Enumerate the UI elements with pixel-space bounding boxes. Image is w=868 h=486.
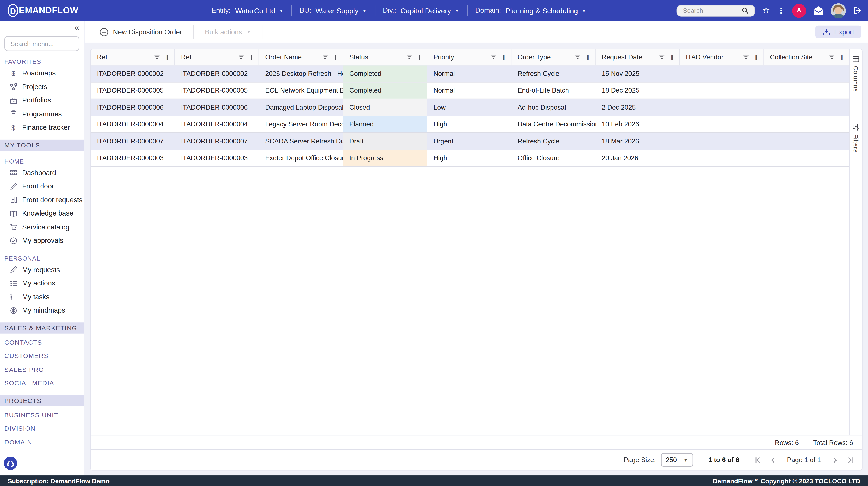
sidebar-section-sales-marketing[interactable]: SALES & MARKETING (0, 322, 84, 333)
sidebar-item-customers[interactable]: CUSTOMERS (0, 349, 84, 363)
table-row[interactable]: ITADORDER-0000007ITADORDER-0000007SCADA … (91, 133, 849, 150)
filter-icon[interactable] (238, 53, 244, 61)
last-page-icon[interactable] (847, 456, 854, 464)
voice-assistant-button[interactable] (792, 4, 806, 18)
column-header-order-type[interactable]: Order Type⋮ (512, 49, 596, 65)
user-avatar[interactable] (831, 3, 846, 18)
column-menu-icon[interactable]: ⋮ (500, 53, 507, 61)
app-logo[interactable]: DEMANDFLOW (8, 4, 79, 17)
tab-columns[interactable]: Columns (852, 56, 859, 92)
table-row[interactable]: ITADORDER-0000004ITADORDER-0000004Legacy… (91, 116, 849, 133)
column-menu-icon[interactable]: ⋮ (669, 53, 675, 61)
column-menu-icon[interactable]: ⋮ (839, 53, 845, 61)
global-search[interactable] (676, 5, 755, 16)
briefcase-icon (9, 97, 17, 104)
sidebar-item-my-mindmaps[interactable]: My mindmaps (0, 304, 84, 317)
filter-icon[interactable] (829, 53, 835, 61)
column-menu-icon[interactable]: ⋮ (332, 53, 339, 61)
sidebar-item-portfolios[interactable]: Portfolios (0, 94, 84, 107)
sidebar-item-front-door[interactable]: Front door (0, 180, 84, 193)
sidebar-item-projects[interactable]: Projects (0, 80, 84, 94)
pagination-bar: Page Size: 250 ▼ 1 to 6 of 6 Page 1 of 1 (91, 450, 862, 470)
inbox-button[interactable] (813, 6, 824, 15)
sidebar-item-my-approvals[interactable]: My approvals (0, 234, 84, 248)
bulk-actions-button[interactable]: Bulk actions ▼ (205, 28, 251, 36)
filter-icon[interactable] (575, 53, 581, 61)
sidebar-item-business-unit[interactable]: BUSINESS UNIT (0, 408, 84, 422)
domain-dropdown[interactable]: Domain: Planning & Scheduling ▼ (475, 6, 586, 15)
rows-count: Rows: 6 (775, 439, 799, 447)
favorite-star-icon[interactable]: ☆ (762, 6, 770, 15)
export-button[interactable]: Export (815, 26, 862, 38)
table-row[interactable]: ITADORDER-0000005ITADORDER-0000005EOL Ne… (91, 82, 849, 99)
sidebar-search-input[interactable] (9, 40, 74, 48)
book-icon (9, 210, 17, 217)
logout-button[interactable] (853, 6, 862, 15)
first-page-icon[interactable] (754, 456, 761, 464)
sidebar-item-finance-tracker[interactable]: $Finance tracker (0, 121, 84, 134)
sidebar-collapse-icon[interactable]: « (74, 23, 78, 32)
cell-priority: Normal (428, 65, 512, 82)
column-header-ref[interactable]: Ref⋮ (175, 49, 259, 65)
column-menu-icon[interactable]: ⋮ (585, 53, 591, 61)
sidebar-item-dashboard[interactable]: Dashboard (0, 166, 84, 179)
filter-icon[interactable] (322, 53, 328, 61)
main-content: New Disposition Order Bulk actions ▼ Exp… (85, 21, 868, 476)
chevron-down-icon: ▼ (247, 29, 251, 34)
column-header-status[interactable]: Status⋮ (343, 49, 428, 65)
filter-icon[interactable] (406, 53, 412, 61)
page-size-select[interactable]: 250 ▼ (661, 453, 693, 466)
column-menu-icon[interactable]: ⋮ (753, 53, 760, 61)
filter-icon[interactable] (154, 53, 160, 61)
headset-icon (6, 459, 14, 467)
divider (291, 5, 292, 16)
sidebar-item-my-requests[interactable]: My requests (0, 263, 84, 276)
entity-dropdown[interactable]: Entity: WaterCo Ltd ▼ (212, 6, 283, 15)
sidebar-section-my-tools[interactable]: MY TOOLS (0, 140, 84, 150)
column-menu-icon[interactable]: ⋮ (164, 53, 170, 61)
microphone-icon (795, 6, 803, 15)
table-row[interactable]: ITADORDER-0000006ITADORDER-0000006Damage… (91, 99, 849, 116)
column-header-collection-site[interactable]: Collection Site⋮ (764, 49, 849, 65)
sidebar-section-projects[interactable]: PROJECTS (0, 395, 84, 406)
sidebar-item-domain[interactable]: DOMAIN (0, 435, 84, 449)
column-menu-icon[interactable]: ⋮ (248, 53, 255, 61)
tab-filters[interactable]: Filters (852, 124, 859, 152)
column-header-order-name[interactable]: Order Name⋮ (259, 49, 343, 65)
prev-page-icon[interactable] (769, 456, 776, 464)
global-search-input[interactable] (682, 6, 742, 15)
table-row[interactable]: ITADORDER-0000002ITADORDER-00000022026 D… (91, 65, 849, 82)
column-header-itad-vendor[interactable]: ITAD Vendor⋮ (680, 49, 764, 65)
next-page-icon[interactable] (832, 456, 839, 464)
sidebar-item-programmes[interactable]: Programmes (0, 107, 84, 121)
filter-icon[interactable] (490, 53, 496, 61)
filter-icon[interactable] (659, 53, 665, 61)
sidebar-item-division[interactable]: DIVISION (0, 422, 84, 435)
cell-vendor (680, 133, 764, 149)
support-chat-button[interactable] (4, 457, 17, 470)
cell-type: Ad-hoc Disposal (512, 99, 596, 115)
sidebar-item-front-door-requests[interactable]: Front door requests (0, 193, 84, 207)
column-header-request-date[interactable]: Request Date⋮ (596, 49, 680, 65)
new-disposition-order-button[interactable]: New Disposition Order (100, 27, 182, 36)
sidebar-search[interactable] (4, 36, 79, 51)
sidebar-item-sales-pro[interactable]: SALES PRO (0, 363, 84, 376)
sidebar-item-contacts[interactable]: CONTACTS (0, 336, 84, 349)
sidebar-item-roadmaps[interactable]: $Roadmaps (0, 66, 84, 80)
sidebar-item-knowledge-base[interactable]: Knowledge base (0, 207, 84, 220)
table-row[interactable]: ITADORDER-0000003ITADORDER-0000003Exeter… (91, 150, 849, 167)
divider (467, 5, 468, 16)
column-menu-icon[interactable]: ⋮ (416, 53, 423, 61)
sidebar-item-social-media[interactable]: SOCIAL MEDIA (0, 376, 84, 390)
sidebar-item-service-catalog[interactable]: Service catalog (0, 220, 84, 234)
sidebar-nav: FAVORITES$RoadmapsProjectsPortfoliosProg… (0, 58, 84, 449)
sidebar-item-my-actions[interactable]: My actions (0, 277, 84, 290)
column-header-ref[interactable]: Ref⋮ (91, 49, 175, 65)
filter-icon[interactable] (743, 53, 749, 61)
division-dropdown[interactable]: Div.: Capital Delivery ▼ (383, 6, 459, 15)
sidebar-item-my-tasks[interactable]: My tasks (0, 290, 84, 304)
bu-dropdown[interactable]: BU: Water Supply ▼ (300, 6, 367, 15)
column-header-priority[interactable]: Priority⋮ (428, 49, 512, 65)
more-menu-icon[interactable]: ⋮ (777, 6, 785, 15)
divider (193, 25, 194, 39)
